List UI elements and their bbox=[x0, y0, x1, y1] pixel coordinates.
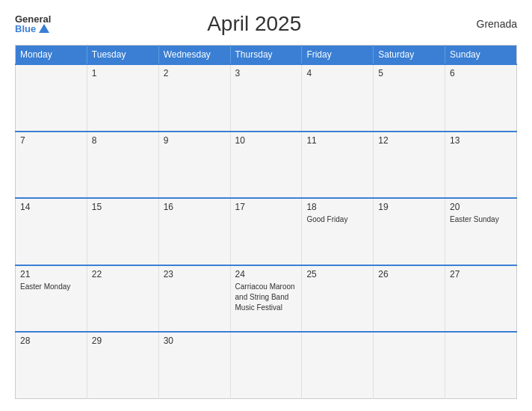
day-number: 8 bbox=[92, 135, 154, 146]
calendar-cell bbox=[374, 332, 445, 399]
calendar-cell: 6 bbox=[445, 64, 517, 132]
day-number: 29 bbox=[92, 336, 154, 346]
calendar-cell: 2 bbox=[158, 64, 230, 132]
calendar-week-row: 1415161718Good Friday1920Easter Sunday bbox=[16, 198, 517, 265]
day-number: 23 bbox=[164, 269, 226, 279]
col-friday: Friday bbox=[302, 46, 374, 65]
col-sunday: Sunday bbox=[445, 46, 517, 65]
day-number: 7 bbox=[20, 135, 82, 146]
calendar-cell bbox=[302, 332, 374, 399]
col-monday: Monday bbox=[16, 46, 87, 65]
logo-triangle-icon bbox=[39, 24, 49, 33]
calendar-cell: 9 bbox=[158, 132, 230, 199]
day-number: 3 bbox=[235, 68, 297, 78]
logo-blue-text: Blue bbox=[15, 24, 36, 34]
header: General Blue April 2025 Grenada bbox=[15, 12, 517, 36]
calendar-cell: 7 bbox=[16, 132, 87, 199]
calendar-cell: 26 bbox=[374, 265, 445, 333]
col-saturday: Saturday bbox=[374, 46, 445, 65]
day-number: 5 bbox=[378, 68, 440, 78]
calendar-cell bbox=[445, 332, 517, 399]
day-number: 26 bbox=[378, 269, 440, 279]
day-event: Easter Monday bbox=[20, 282, 70, 291]
weekday-header-row: Monday Tuesday Wednesday Thursday Friday… bbox=[16, 46, 517, 65]
calendar-cell: 4 bbox=[302, 64, 374, 132]
calendar-cell: 25 bbox=[302, 265, 374, 333]
calendar-cell: 28 bbox=[16, 332, 87, 399]
calendar-cell: 27 bbox=[445, 265, 517, 333]
calendar-cell: 10 bbox=[230, 132, 302, 199]
col-thursday: Thursday bbox=[230, 46, 302, 65]
day-number: 27 bbox=[450, 269, 512, 279]
col-tuesday: Tuesday bbox=[87, 46, 158, 65]
calendar-cell: 24Carriacou Maroon and String Band Music… bbox=[230, 265, 302, 333]
calendar-week-row: 78910111213 bbox=[16, 132, 517, 199]
calendar-cell: 19 bbox=[374, 198, 445, 265]
day-number: 21 bbox=[20, 269, 82, 279]
calendar-cell: 17 bbox=[230, 198, 302, 265]
calendar-cell: 15 bbox=[87, 198, 158, 265]
calendar-week-row: 282930 bbox=[16, 332, 517, 399]
day-number: 14 bbox=[20, 202, 82, 212]
calendar-cell: 22 bbox=[87, 265, 158, 333]
calendar-cell: 12 bbox=[374, 132, 445, 199]
country-label: Grenada bbox=[457, 18, 517, 30]
day-event: Carriacou Maroon and String Band Music F… bbox=[235, 282, 295, 312]
day-number: 24 bbox=[235, 269, 297, 279]
day-number: 15 bbox=[92, 202, 154, 212]
calendar-cell: 14 bbox=[16, 198, 87, 265]
calendar-cell: 18Good Friday bbox=[302, 198, 374, 265]
day-number: 4 bbox=[306, 68, 368, 78]
day-number: 28 bbox=[20, 336, 82, 346]
day-number: 13 bbox=[450, 135, 512, 146]
day-number: 12 bbox=[378, 135, 440, 146]
calendar-cell: 30 bbox=[158, 332, 230, 399]
calendar-week-row: 21Easter Monday222324Carriacou Maroon an… bbox=[16, 265, 517, 333]
day-number: 16 bbox=[164, 202, 226, 212]
calendar-page: General Blue April 2025 Grenada Monday T… bbox=[0, 0, 532, 411]
calendar-cell: 23 bbox=[158, 265, 230, 333]
calendar-cell: 1 bbox=[87, 64, 158, 132]
logo: General Blue bbox=[15, 14, 51, 34]
calendar-cell: 8 bbox=[87, 132, 158, 199]
calendar-cell: 21Easter Monday bbox=[16, 265, 87, 333]
day-event: Easter Sunday bbox=[450, 215, 499, 223]
calendar-cell: 11 bbox=[302, 132, 374, 199]
calendar-cell bbox=[16, 64, 87, 132]
calendar-cell bbox=[230, 332, 302, 399]
day-number: 30 bbox=[164, 336, 226, 346]
calendar-cell: 16 bbox=[158, 198, 230, 265]
day-number: 22 bbox=[92, 269, 154, 279]
day-number: 10 bbox=[235, 135, 297, 146]
day-number: 11 bbox=[306, 135, 368, 146]
calendar-cell: 13 bbox=[445, 132, 517, 199]
calendar-table: Monday Tuesday Wednesday Thursday Friday… bbox=[15, 45, 517, 399]
day-number: 18 bbox=[306, 202, 368, 212]
day-event: Good Friday bbox=[306, 215, 347, 223]
day-number: 1 bbox=[92, 68, 154, 78]
calendar-cell: 3 bbox=[230, 64, 302, 132]
col-wednesday: Wednesday bbox=[158, 46, 230, 65]
calendar-cell: 29 bbox=[87, 332, 158, 399]
day-number: 2 bbox=[164, 68, 226, 78]
day-number: 9 bbox=[164, 135, 226, 146]
calendar-cell: 20Easter Sunday bbox=[445, 198, 517, 265]
day-number: 17 bbox=[235, 202, 297, 212]
calendar-title: April 2025 bbox=[51, 12, 457, 36]
day-number: 25 bbox=[306, 269, 368, 279]
day-number: 19 bbox=[378, 202, 440, 212]
day-number: 6 bbox=[450, 68, 512, 78]
day-number: 20 bbox=[450, 202, 512, 212]
calendar-week-row: 123456 bbox=[16, 64, 517, 132]
calendar-cell: 5 bbox=[374, 64, 445, 132]
